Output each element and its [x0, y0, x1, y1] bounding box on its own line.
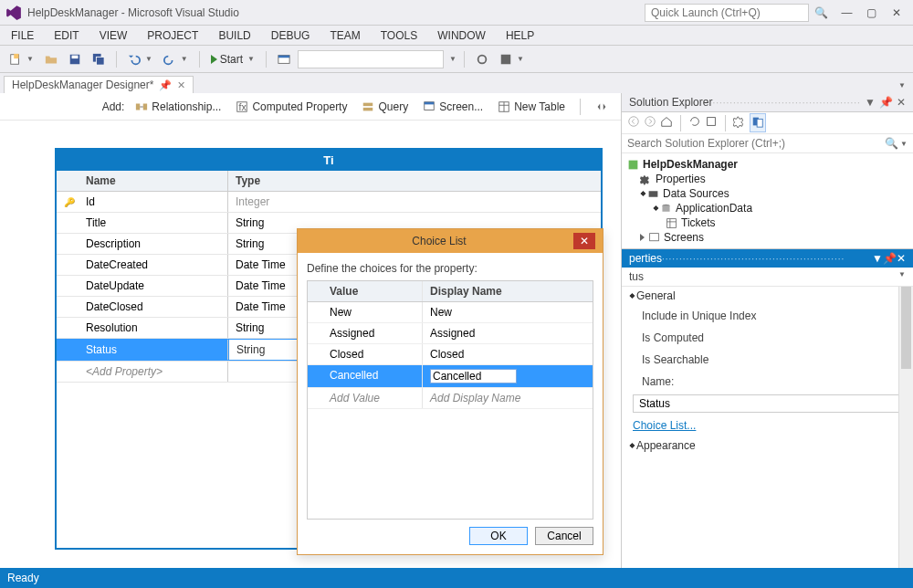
table-row[interactable]: 🔑IdInteger — [57, 192, 601, 213]
svg-rect-16 — [363, 107, 373, 110]
expander-icon[interactable] — [640, 234, 645, 241]
pin-icon[interactable]: 📌 — [879, 96, 893, 109]
save-all-button[interactable] — [89, 51, 109, 68]
document-tab-strip: HelpDeskManager Designer* 📌 ✕ ▼ — [0, 73, 913, 93]
refresh-icon[interactable] — [688, 115, 701, 131]
close-icon[interactable]: ✕ — [177, 79, 185, 91]
properties-object-selector[interactable]: tus▼ — [622, 268, 913, 287]
home-icon[interactable] — [660, 115, 673, 131]
preview-icon[interactable] — [750, 113, 766, 132]
undo-button[interactable]: ▼ — [124, 51, 156, 68]
expander-icon[interactable] — [630, 443, 635, 448]
category-general[interactable]: General — [622, 287, 913, 305]
choice-row[interactable]: ClosedClosed — [308, 344, 593, 365]
menu-build[interactable]: BUILD — [213, 27, 256, 44]
menu-bar: FILE EDIT VIEW PROJECT BUILD DEBUG TEAM … — [0, 26, 913, 46]
start-debug-button[interactable]: Start▼ — [207, 51, 258, 68]
tree-tickets[interactable]: Tickets — [627, 215, 908, 230]
svg-point-23 — [645, 117, 656, 127]
col-header-type: Type — [228, 171, 301, 191]
add-table-button[interactable]: New Table — [494, 99, 569, 115]
dialog-titlebar[interactable]: Choice List ✕ — [298, 229, 603, 253]
play-icon — [211, 55, 217, 64]
add-query-button[interactable]: Query — [358, 99, 412, 115]
tree-screens[interactable]: Screens — [627, 230, 908, 245]
svg-rect-27 — [629, 160, 638, 169]
close-icon[interactable]: ✕ — [897, 252, 906, 265]
add-relationship-button[interactable]: Relationship... — [131, 99, 225, 115]
new-item-button[interactable]: ▼ — [5, 51, 37, 68]
quick-launch-input[interactable] — [645, 4, 809, 22]
menu-help[interactable]: HELP — [500, 27, 540, 44]
layout-button[interactable]: ▼ — [496, 51, 528, 68]
prop-is-computed[interactable]: Is Computed — [622, 327, 913, 349]
designer-toolbar: Add: Relationship... fxComputed Property… — [0, 93, 621, 121]
properties-icon[interactable] — [733, 115, 746, 131]
prop-is-searchable[interactable]: Is Searchable — [622, 349, 913, 371]
document-tab[interactable]: HelpDeskManager Designer* 📌 ✕ — [4, 76, 194, 93]
main-toolbar: ▼ ▼ ▼ Start▼ ▼ ▼ — [0, 46, 913, 73]
back-icon[interactable] — [627, 115, 640, 131]
document-tab-label: HelpDeskManager Designer* — [12, 79, 153, 91]
dropdown-icon[interactable]: ▼ — [865, 96, 876, 109]
add-screen-button[interactable]: Screen... — [419, 99, 487, 115]
choice-list-link[interactable]: Choice List... — [633, 419, 696, 432]
svg-point-22 — [629, 117, 639, 127]
redo-button[interactable]: ▼ — [160, 51, 192, 68]
close-button[interactable]: ✕ — [885, 4, 908, 22]
write-code-button[interactable] — [592, 99, 612, 115]
category-appearance[interactable]: Appearance — [622, 436, 913, 455]
dialog-close-button[interactable]: ✕ — [573, 233, 595, 249]
prop-unique-index[interactable]: Include in Unique Index — [622, 305, 913, 327]
menu-view[interactable]: VIEW — [94, 27, 133, 44]
config-combo[interactable] — [298, 50, 444, 68]
menu-file[interactable]: FILE — [5, 27, 39, 44]
add-choice-row[interactable]: Add ValueAdd Display Name — [308, 388, 593, 409]
search-icon[interactable]: 🔍 — [814, 6, 828, 19]
add-computed-property-button[interactable]: fxComputed Property — [232, 99, 351, 115]
browser-select-button[interactable] — [274, 51, 294, 68]
expander-icon[interactable] — [654, 205, 659, 211]
cancel-button[interactable]: Cancel — [535, 527, 593, 545]
solution-explorer-search[interactable]: 🔍▼ — [622, 134, 913, 153]
collapse-icon[interactable] — [705, 115, 718, 131]
add-label: Add: — [102, 100, 125, 113]
display-name-input[interactable] — [430, 369, 517, 383]
expander-icon[interactable] — [641, 191, 646, 196]
choice-row[interactable]: AssignedAssigned — [308, 323, 593, 344]
menu-project[interactable]: PROJECT — [142, 27, 204, 44]
ok-button[interactable]: OK — [469, 527, 528, 545]
open-button[interactable] — [41, 51, 61, 68]
expander-icon[interactable] — [630, 293, 635, 299]
tree-applicationdata[interactable]: ApplicationData — [627, 201, 908, 215]
menu-window[interactable]: WINDOW — [432, 27, 491, 44]
prop-name-input[interactable]: Status — [633, 394, 902, 413]
close-icon[interactable]: ✕ — [897, 96, 906, 109]
forward-icon[interactable] — [644, 115, 656, 131]
choice-grid: Value Display Name NewNew AssignedAssign… — [307, 280, 593, 520]
choice-row[interactable]: Cancelled — [308, 365, 593, 388]
combo-arrow-icon[interactable]: ▼ — [449, 55, 456, 63]
minimize-button[interactable]: ― — [835, 4, 858, 22]
menu-tools[interactable]: TOOLS — [375, 27, 423, 44]
refresh-button[interactable] — [472, 51, 492, 68]
search-icon[interactable]: 🔍 — [885, 137, 898, 150]
pin-icon[interactable]: 📌 — [159, 79, 172, 91]
menu-debug[interactable]: DEBUG — [266, 27, 316, 44]
menu-team[interactable]: TEAM — [324, 27, 365, 44]
dropdown-icon[interactable]: ▼ — [872, 252, 883, 265]
tree-properties[interactable]: Properties — [627, 172, 908, 186]
menu-edit[interactable]: EDIT — [48, 27, 84, 44]
scrollbar[interactable] — [898, 287, 913, 568]
scrollbar-thumb[interactable] — [901, 287, 911, 369]
svg-rect-15 — [363, 102, 373, 106]
pin-icon[interactable]: 📌 — [883, 252, 897, 265]
choice-row[interactable]: NewNew — [308, 302, 593, 323]
svg-rect-10 — [136, 103, 140, 110]
save-button[interactable] — [65, 51, 85, 68]
tree-datasources[interactable]: Data Sources — [627, 186, 908, 201]
solution-search-input[interactable] — [627, 137, 885, 150]
tree-root[interactable]: HelpDeskManager — [627, 157, 908, 172]
tab-overflow-button[interactable]: ▼ — [895, 78, 909, 93]
maximize-button[interactable]: ▢ — [860, 4, 883, 22]
